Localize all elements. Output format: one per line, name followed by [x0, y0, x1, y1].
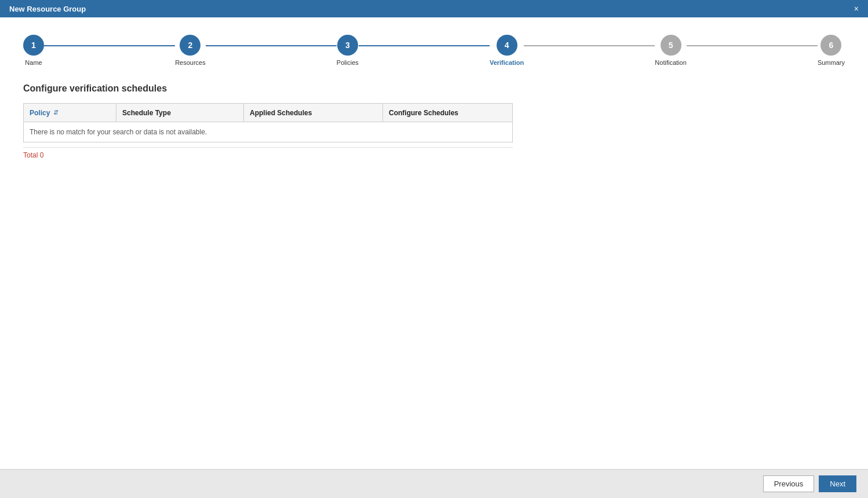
- step-4: 4 Verification: [490, 35, 524, 66]
- sort-icon[interactable]: ⇵: [53, 109, 59, 116]
- step-circle-5: 5: [661, 35, 681, 56]
- total-row: Total 0: [23, 147, 513, 163]
- no-data-message: There is no match for your search or dat…: [24, 122, 512, 142]
- step-2: 2 Resources: [175, 35, 206, 66]
- step-label-5: Notification: [655, 59, 686, 66]
- step-label-3: Policies: [337, 59, 359, 66]
- dialog-container: New Resource Group × 1 Name 2 Resources: [0, 0, 868, 498]
- step-1: 1 Name: [23, 35, 44, 66]
- col-header-applied-schedules: Applied Schedules: [244, 104, 383, 122]
- data-table: Policy ⇵ Schedule Type Applied Schedules…: [23, 103, 513, 142]
- step-3: 3 Policies: [337, 35, 359, 66]
- step-circle-4: 4: [497, 35, 517, 56]
- connector-3-4: [359, 45, 490, 46]
- policy-column-label: Policy: [30, 109, 50, 117]
- dialog-footer: Previous Next: [0, 469, 868, 498]
- step-label-6: Summary: [818, 59, 845, 66]
- schedule-type-label: Schedule Type: [122, 109, 171, 117]
- previous-button[interactable]: Previous: [763, 475, 815, 492]
- step-label-1: Name: [25, 59, 42, 66]
- configure-schedules-label: Configure Schedules: [389, 109, 458, 117]
- section-title: Configure verification schedules: [23, 83, 845, 94]
- step-6: 6 Summary: [818, 35, 845, 66]
- step-label-2: Resources: [175, 59, 206, 66]
- table-header-row: Policy ⇵ Schedule Type Applied Schedules…: [24, 104, 512, 122]
- connector-2-3: [206, 45, 337, 46]
- col-header-policy[interactable]: Policy ⇵: [24, 104, 116, 122]
- dialog-body: 1 Name 2 Resources 3 Policies: [0, 17, 868, 469]
- total-label: Total 0: [23, 151, 43, 159]
- stepper: 1 Name 2 Resources 3 Policies: [23, 35, 845, 66]
- next-button[interactable]: Next: [819, 475, 856, 492]
- col-header-configure-schedules: Configure Schedules: [383, 104, 512, 122]
- step-circle-1: 1: [23, 35, 44, 56]
- dialog-title: New Resource Group: [9, 5, 86, 13]
- step-label-4: Verification: [490, 59, 524, 66]
- connector-4-5: [524, 45, 655, 46]
- close-button[interactable]: ×: [854, 5, 859, 13]
- applied-schedules-label: Applied Schedules: [250, 109, 312, 117]
- step-circle-6: 6: [820, 35, 841, 56]
- connector-1-2: [44, 45, 175, 46]
- step-circle-2: 2: [180, 35, 200, 56]
- connector-5-6: [687, 45, 818, 46]
- dialog-header: New Resource Group ×: [0, 0, 868, 17]
- step-5: 5 Notification: [655, 35, 686, 66]
- step-circle-3: 3: [337, 35, 358, 56]
- col-header-schedule-type: Schedule Type: [116, 104, 244, 122]
